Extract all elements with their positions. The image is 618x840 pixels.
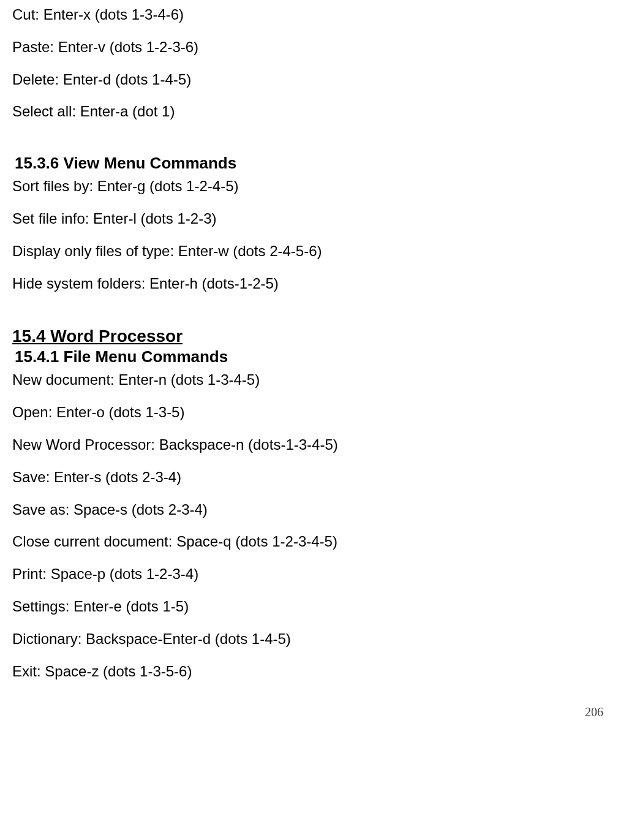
command-line: New Word Processor: Backspace-n (dots-1-… <box>12 436 606 454</box>
command-line: Display only files of type: Enter-w (dot… <box>12 243 606 260</box>
command-line: Set file info: Enter-l (dots 1-2-3) <box>12 210 606 228</box>
command-line: Delete: Enter-d (dots 1-4-5) <box>12 71 606 89</box>
heading-file-menu: 15.4.1 File Menu Commands <box>15 347 606 366</box>
command-line: Close current document: Space-q (dots 1-… <box>12 533 606 551</box>
command-line: Select all: Enter-a (dot 1) <box>12 103 606 121</box>
command-line: Cut: Enter-x (dots 1-3-4-6) <box>12 6 606 24</box>
heading-word-processor: 15.4 Word Processor <box>12 326 606 347</box>
command-line: Settings: Enter-e (dots 1-5) <box>12 598 606 616</box>
command-line: Open: Enter-o (dots 1-3-5) <box>12 404 606 422</box>
command-line: Paste: Enter-v (dots 1-2-3-6) <box>12 39 606 56</box>
command-line: Print: Space-p (dots 1-2-3-4) <box>12 566 606 583</box>
command-line: Hide system folders: Enter-h (dots-1-2-5… <box>12 275 606 293</box>
heading-view-menu: 15.3.6 View Menu Commands <box>15 154 606 173</box>
command-line: Sort files by: Enter-g (dots 1-2-4-5) <box>12 178 606 195</box>
command-line: Exit: Space-z (dots 1-3-5-6) <box>12 663 606 681</box>
command-line: New document: Enter-n (dots 1-3-4-5) <box>12 371 606 389</box>
command-line: Dictionary: Backspace-Enter-d (dots 1-4-… <box>12 630 606 648</box>
command-line: Save as: Space-s (dots 2-3-4) <box>12 501 606 519</box>
command-line: Save: Enter-s (dots 2-3-4) <box>12 469 606 486</box>
page-number: 206 <box>12 705 606 719</box>
